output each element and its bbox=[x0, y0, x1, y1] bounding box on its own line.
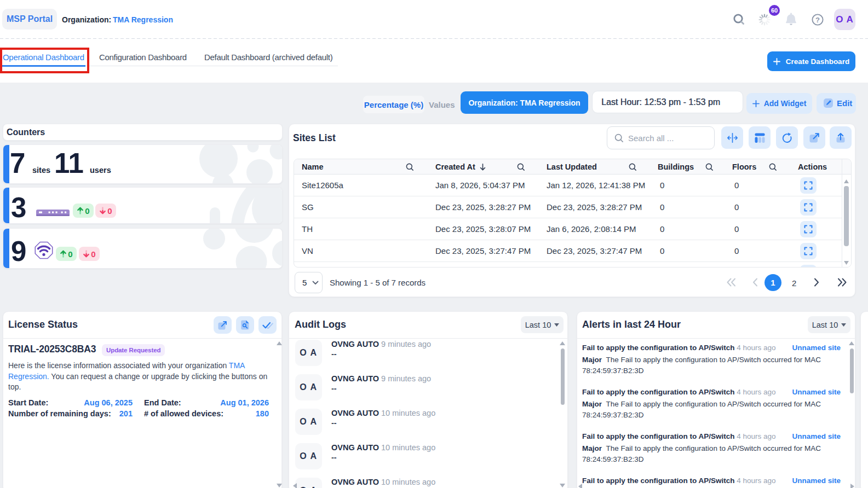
svg-text:?: ? bbox=[815, 16, 820, 24]
